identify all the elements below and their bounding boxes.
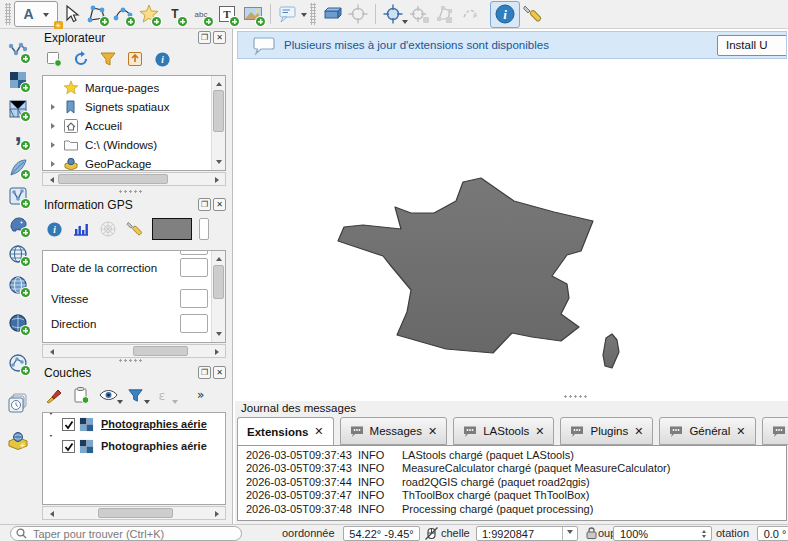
modify-annotation-button[interactable] <box>345 1 371 27</box>
browser-tree[interactable]: Marque-pages Signets spatiaux <box>42 75 226 171</box>
callout-annotation-button[interactable] <box>275 1 301 27</box>
layer-styling-button[interactable] <box>44 385 64 405</box>
scroll-thumb[interactable] <box>213 265 224 299</box>
add-selected-layer-button[interactable] <box>44 49 64 69</box>
float-panel-button[interactable]: ❐ <box>198 198 211 211</box>
layer-checkbox[interactable] <box>62 440 75 453</box>
line-annotation-button[interactable] <box>110 1 136 27</box>
close-tab-icon[interactable]: ✕ <box>428 425 437 438</box>
metasearch-catalog-button[interactable]: ✳ <box>5 428 31 454</box>
scroll-right-button[interactable] <box>211 173 225 186</box>
scroll-thumb[interactable] <box>133 346 188 356</box>
scale-combobox[interactable]: 1:9920847 <box>476 526 578 541</box>
filter-expression-button[interactable]: ε <box>152 385 172 405</box>
add-spatialite-button[interactable] <box>5 154 31 180</box>
text-annotation-button[interactable]: T <box>162 1 188 27</box>
close-panel-button[interactable]: ✕ <box>213 366 226 379</box>
gps-settings-button[interactable] <box>125 219 145 239</box>
magnifier-spinbox[interactable]: 100% <box>613 526 712 541</box>
scroll-up-button[interactable] <box>212 76 226 89</box>
scroll-up-button[interactable] <box>212 251 226 264</box>
panel-splitter[interactable] <box>118 190 144 193</box>
filter-legend-button[interactable] <box>125 385 145 405</box>
browser-vscrollbar[interactable] <box>211 76 225 170</box>
map-log-splitter[interactable] <box>563 395 589 398</box>
spinner-buttons[interactable] <box>697 527 710 540</box>
wrench-button[interactable] <box>520 1 546 27</box>
tab-partial[interactable] <box>762 417 788 445</box>
marker-annotation-button[interactable] <box>136 1 162 27</box>
layer-row[interactable]: Photographies aérie <box>43 435 225 457</box>
add-group-button[interactable] <box>71 385 91 405</box>
gps-polar-button[interactable] <box>98 219 118 239</box>
add-vector-layer-button[interactable] <box>5 38 31 64</box>
expander-icon[interactable] <box>51 123 58 129</box>
gps-field-input[interactable] <box>180 314 208 333</box>
annotation-tool-button[interactable]: A ✳ <box>14 1 58 27</box>
add-wms-layer-button[interactable] <box>5 241 31 267</box>
chevron-down-icon[interactable] <box>301 13 307 20</box>
gps-field-partial[interactable] <box>180 250 208 255</box>
tree-item-c-drive[interactable]: C:\ (Windows) <box>43 135 210 154</box>
close-tab-icon[interactable]: ✕ <box>736 425 745 438</box>
layer-checkbox[interactable] <box>62 418 75 431</box>
coordinate-box[interactable]: 54.22° -9.45° <box>343 526 420 541</box>
layers-hscrollbar[interactable] <box>42 506 226 520</box>
tab-lastools[interactable]: LAStools ✕ <box>453 417 554 445</box>
tree-item-bookmarks[interactable]: Marque-pages <box>43 78 210 97</box>
close-tab-icon[interactable]: ✕ <box>634 425 643 438</box>
tree-item-geopackage[interactable]: GeoPackage <box>43 154 210 171</box>
add-postgis-button[interactable] <box>5 212 31 238</box>
add-raster-layer-button[interactable] <box>5 67 31 93</box>
scroll-left-button[interactable] <box>43 345 57 358</box>
expander-icon[interactable] <box>48 413 54 435</box>
close-panel-button[interactable]: ✕ <box>213 31 226 44</box>
tree-item-home[interactable]: Accueil <box>43 116 210 135</box>
close-panel-button[interactable]: ✕ <box>213 198 226 211</box>
trace-tool-button[interactable] <box>458 1 484 27</box>
expander-icon[interactable] <box>48 435 54 457</box>
select-annotation-button[interactable] <box>58 1 84 27</box>
add-wcs-layer-button[interactable] <box>5 272 31 298</box>
crosshair-tool-button[interactable] <box>380 1 406 27</box>
add-arcgis-layer-button[interactable] <box>5 310 31 336</box>
gps-field-input[interactable] <box>180 289 208 308</box>
gps-hscrollbar[interactable] <box>42 344 226 358</box>
search-input[interactable] <box>10 526 242 541</box>
tab-extensions[interactable]: Extensions ✕ <box>237 417 334 445</box>
move-annotation-button[interactable] <box>319 1 345 27</box>
scroll-right-button[interactable] <box>211 345 225 358</box>
gps-partial-button[interactable] <box>199 218 209 240</box>
expander-icon[interactable] <box>51 142 58 148</box>
log-entries[interactable]: 2026-03-05T09:37:43 INFO LAStools chargé… <box>237 445 787 521</box>
properties-info-button[interactable]: i <box>152 49 172 69</box>
identify-features-button[interactable]: i <box>490 1 520 28</box>
text-box-annotation-button[interactable]: T <box>214 1 240 27</box>
browser-hscrollbar[interactable] <box>42 172 226 186</box>
close-tab-icon[interactable]: ✕ <box>535 425 544 438</box>
scroll-right-button[interactable] <box>211 507 225 520</box>
toolbar-overflow-button[interactable]: » <box>197 388 204 402</box>
scroll-thumb[interactable] <box>98 508 173 518</box>
tree-item-spatial-bookmarks[interactable]: Signets spatiaux <box>43 97 210 116</box>
tab-general[interactable]: Général ✕ <box>659 417 755 445</box>
temporal-controller-button[interactable] <box>5 390 31 416</box>
add-virtual-layer-button[interactable] <box>5 183 31 209</box>
toolbar-drag-handle[interactable] <box>5 3 11 25</box>
scroll-left-button[interactable] <box>43 173 57 186</box>
refresh-button[interactable] <box>71 49 91 69</box>
polygon-annotation-button[interactable] <box>84 1 110 27</box>
install-updates-button[interactable]: Install U <box>717 35 787 56</box>
add-wfs-layer-button[interactable] <box>5 350 31 376</box>
scroll-thumb[interactable] <box>58 174 168 184</box>
close-tab-icon[interactable]: ✕ <box>314 425 323 438</box>
tab-messages[interactable]: Messages ✕ <box>340 417 448 445</box>
gps-vscrollbar[interactable] <box>211 251 225 342</box>
scroll-down-button[interactable] <box>212 329 226 342</box>
scale-dropdown-button[interactable] <box>562 527 577 540</box>
add-delimited-text-button[interactable]: , <box>5 125 31 151</box>
node-tool-button[interactable] <box>432 1 458 27</box>
expander-icon[interactable] <box>51 104 58 110</box>
scroll-down-button[interactable] <box>212 157 226 170</box>
crosshair-add-button[interactable] <box>406 1 432 27</box>
